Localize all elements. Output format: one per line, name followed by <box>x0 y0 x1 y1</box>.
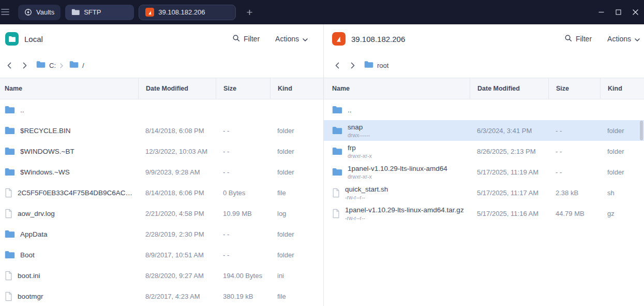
file-date: 8/26/2025, 2:13 PM <box>470 148 548 155</box>
name-cell: $RECYCLE.BIN <box>0 126 138 135</box>
file-name: Boot <box>20 251 35 259</box>
pane-title: Local <box>24 35 43 43</box>
file-date: 6/3/2024, 3:41 PM <box>470 127 548 135</box>
actions-button[interactable]: Actions <box>275 35 308 43</box>
column-header-name[interactable]: Name <box>0 78 138 99</box>
tab-label: SFTP <box>84 8 101 16</box>
column-header-size[interactable]: Size <box>216 78 270 99</box>
file-size: 44.79 MB <box>548 210 600 217</box>
folder-icon <box>5 147 15 155</box>
search-icon <box>232 34 240 43</box>
file-icon <box>332 209 340 218</box>
breadcrumb: root <box>324 53 644 78</box>
minimize-icon <box>598 9 604 15</box>
file-kind: ini <box>270 272 323 280</box>
name-cell: snapdrwx------ <box>324 123 470 138</box>
folder-icon <box>5 126 15 135</box>
tab-host[interactable]: 39.108.182.206 <box>139 5 236 20</box>
file-list: ..$RECYCLE.BIN8/14/2018, 6:08 PM- -folde… <box>0 99 323 306</box>
file-permissions: drwx------ <box>348 132 370 138</box>
table-row[interactable]: 1panel-v1.10.29-lts-linux-amd64drwxr-xr-… <box>324 162 644 182</box>
window-minimize-button[interactable] <box>593 0 610 24</box>
window-close-button[interactable] <box>627 0 644 24</box>
folder-icon <box>5 168 15 176</box>
file-kind: folder <box>600 168 644 176</box>
folder-icon <box>332 126 342 135</box>
folder-icon <box>5 230 15 238</box>
table-row[interactable]: AppData2/28/2019, 2:30 PM- -folder <box>0 224 323 244</box>
column-header-date[interactable]: Date Modified <box>138 78 216 99</box>
file-permissions: -rw-r--r-- <box>345 194 388 200</box>
table-row[interactable]: .. <box>0 99 323 120</box>
file-name: .. <box>20 106 24 114</box>
file-date: 8/9/2017, 10:51 AM <box>138 251 216 259</box>
table-row[interactable]: quick_start.sh-rw-r--r--5/17/2025, 11:17… <box>324 182 644 203</box>
file-date: 5/17/2025, 11:16 AM <box>470 210 548 217</box>
file-date: 2/28/2019, 2:30 PM <box>138 230 216 238</box>
filter-button[interactable]: Filter <box>232 34 260 43</box>
tab-sftp[interactable]: SFTP <box>65 5 134 20</box>
table-row[interactable]: $WINDOWS.~BT12/3/2022, 10:03 AM- -folder <box>0 141 323 162</box>
breadcrumb: C: / <box>0 53 323 78</box>
breadcrumb-item-drive[interactable]: C: <box>36 61 56 70</box>
file-date: 8/2/2017, 4:23 AM <box>138 293 216 300</box>
breadcrumb-item-root[interactable]: root <box>364 61 388 70</box>
actions-button[interactable]: Actions <box>607 35 640 43</box>
table-row[interactable]: snapdrwx------6/3/2024, 3:41 PM- -folder <box>324 120 644 141</box>
table-row[interactable]: $RECYCLE.BIN8/14/2018, 6:08 PM- -folder <box>0 120 323 141</box>
column-header-kind[interactable]: Kind <box>270 78 323 99</box>
table-row[interactable]: 1panel-v1.10.29-lts-linux-amd64.tar.gz-r… <box>324 203 644 224</box>
name-cell: AppData <box>0 230 138 238</box>
breadcrumb-label: C: <box>49 62 56 69</box>
file-name: quick_start.sh <box>345 185 388 193</box>
breadcrumb-label: / <box>82 62 84 69</box>
file-icon <box>5 271 12 281</box>
table-row[interactable]: bootmgr8/2/2017, 4:23 AM380.19 kBfile <box>0 286 323 306</box>
table-row[interactable]: Boot8/9/2017, 10:51 AM- -folder <box>0 244 323 265</box>
file-name: $WINDOWS.~BT <box>20 148 74 155</box>
file-size: - - <box>216 168 270 176</box>
file-size: 2.38 kB <box>548 189 600 197</box>
file-name: AppData <box>20 230 48 238</box>
column-header-date[interactable]: Date Modified <box>470 78 548 99</box>
file-permissions: -rw-r--r-- <box>345 215 464 221</box>
table-row[interactable]: boot.ini8/28/2020, 9:27 AM194.00 Bytesin… <box>0 265 323 286</box>
file-name: 1panel-v1.10.29-lts-linux-amd64.tar.gz <box>345 206 464 214</box>
name-cell: bootmgr <box>0 292 138 301</box>
window-maximize-button[interactable] <box>610 0 627 24</box>
filter-button[interactable]: Filter <box>564 34 592 43</box>
menu-button[interactable] <box>1 5 13 20</box>
name-cell: quick_start.sh-rw-r--r-- <box>324 185 470 200</box>
breadcrumb-item-root[interactable]: / <box>69 61 84 70</box>
app-window: Vaults SFTP 39.108.182.206 + <box>0 0 644 306</box>
name-cell: 2C5F5F0EB33C4F75B4DB9C6ACF8C... <box>0 188 138 198</box>
tab-label: Vaults <box>36 8 54 16</box>
name-cell: boot.ini <box>0 271 138 281</box>
scrollbar-thumb[interactable] <box>640 121 643 140</box>
local-pane-header: Local Filter Actions <box>0 24 323 53</box>
tab-vaults[interactable]: Vaults <box>18 5 61 20</box>
table-row[interactable]: 2C5F5F0EB33C4F75B4DB9C6ACF8C...8/14/2018… <box>0 182 323 203</box>
file-size: - - <box>216 251 270 259</box>
column-header-name[interactable]: Name <box>324 78 470 99</box>
new-tab-button[interactable]: + <box>243 6 256 19</box>
local-pane: Local Filter Actions <box>0 24 323 306</box>
folder-icon <box>71 9 80 16</box>
file-size: - - <box>216 148 270 155</box>
back-button[interactable] <box>3 60 16 72</box>
table-row[interactable]: frpdrwxr-xr-x8/26/2025, 2:13 PM- -folder <box>324 141 644 162</box>
name-cell: 1panel-v1.10.29-lts-linux-amd64.tar.gz-r… <box>324 206 470 221</box>
table-row[interactable]: aow_drv.log2/21/2020, 4:58 PM10.99 MBlog <box>0 203 323 224</box>
name-cell: Boot <box>0 251 138 259</box>
column-header-kind[interactable]: Kind <box>600 78 644 99</box>
file-size: 194.00 Bytes <box>216 272 270 280</box>
column-header-size[interactable]: Size <box>548 78 600 99</box>
forward-button[interactable] <box>19 60 31 72</box>
table-row[interactable]: $Windows.~WS9/9/2023, 9:28 AM- -folder <box>0 162 323 182</box>
back-button[interactable] <box>331 60 343 72</box>
file-kind: folder <box>270 230 323 238</box>
forward-button[interactable] <box>347 60 359 72</box>
file-panes: Local Filter Actions <box>0 24 644 306</box>
file-date: 8/14/2018, 6:08 PM <box>138 127 216 135</box>
table-row[interactable]: .. <box>324 99 644 120</box>
